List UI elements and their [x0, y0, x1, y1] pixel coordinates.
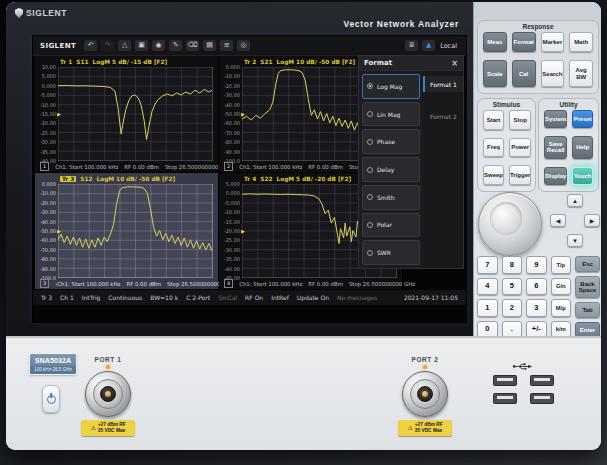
ref-level-marker: ▶: [241, 111, 245, 116]
arrow-right-key[interactable]: ▶: [584, 214, 600, 227]
tick-label: -10.00: [220, 209, 240, 215]
key-3[interactable]: 3: [526, 299, 547, 317]
usb-port: [493, 375, 517, 386]
key-search[interactable]: Search: [541, 60, 565, 87]
format-option-log-mag[interactable]: Log Mag: [362, 74, 420, 99]
key-back-space[interactable]: Back Space: [575, 276, 600, 298]
print-icon[interactable]: ≡: [220, 40, 233, 51]
tick-label: -25.00: [220, 237, 240, 243]
key-power[interactable]: Power: [509, 138, 531, 158]
footer-rf: RF 0.00 dBm: [124, 164, 159, 170]
camera-icon[interactable]: ◎: [237, 40, 250, 51]
display-icon[interactable]: ▣: [135, 40, 148, 51]
key-4[interactable]: 4: [477, 278, 498, 296]
warning-label: ⚠ +27 dBm RF 35 VDC Max: [81, 420, 135, 436]
key-8[interactable]: 8: [502, 256, 523, 274]
rotary-knob[interactable]: [478, 192, 542, 256]
marker-icon[interactable]: ✎: [169, 40, 182, 51]
tick-label: -35.00: [220, 256, 240, 262]
key-sweep[interactable]: Sweep: [483, 165, 504, 185]
key-scale[interactable]: Scale: [483, 60, 507, 87]
format-menu-header: Format ×: [359, 56, 463, 71]
trace-format: LogM 5 dB/ -15 dB [F2]: [92, 59, 167, 65]
trace-header: Tr 1S11LogM 5 dB/ -15 dB [F2]: [35, 56, 218, 67]
key-math[interactable]: Math: [569, 32, 593, 52]
key-avg-bw[interactable]: Avg BW: [569, 60, 593, 87]
tick-label: -10.00: [220, 73, 240, 79]
frequency-range: 100 kHz-26.5 GHz: [30, 366, 76, 374]
trace-header: Tr 3S12LogM 10 dB/ -50 dB [F2]: [35, 173, 218, 184]
quadrant-1[interactable]: Tr 1S11LogM 5 dB/ -15 dB [F2]10.005.0000…: [35, 56, 219, 173]
format-option-lin-mag[interactable]: Lin Mag: [362, 102, 420, 127]
format-option-label: SWR: [377, 249, 391, 256]
key-display[interactable]: Display: [544, 167, 567, 185]
cal-icon[interactable]: △: [118, 40, 131, 51]
status-continuous: Continuous: [108, 294, 142, 301]
tick-label: -30.00: [36, 209, 56, 215]
format-option-smith[interactable]: Smith: [362, 185, 420, 210]
format-option-delay[interactable]: Delay: [362, 157, 420, 182]
stimulus-buttons: StartStopFreqPowerSweepTrigger: [483, 110, 530, 185]
key-freq[interactable]: Freq: [483, 138, 504, 158]
key-format[interactable]: Format: [512, 32, 536, 52]
redo-icon[interactable]: ↷: [101, 40, 114, 51]
knob-dimple: [490, 202, 522, 234]
tick-label: -80.00: [220, 139, 240, 145]
key-meas[interactable]: Meas: [483, 32, 507, 52]
tick-label: 0.000: [36, 83, 56, 89]
format-option-phase[interactable]: Phase: [362, 129, 420, 154]
arrow-up-key[interactable]: ▲: [567, 194, 583, 207]
key-g-n[interactable]: G/n: [551, 278, 572, 296]
tick-label: -30.00: [220, 92, 240, 98]
key-m[interactable]: M/µ: [551, 299, 572, 317]
key-1[interactable]: 1: [477, 299, 498, 317]
key-trigger[interactable]: Trigger: [509, 165, 531, 185]
close-icon[interactable]: ×: [451, 59, 458, 68]
key-start[interactable]: Start: [483, 110, 504, 130]
clear-icon[interactable]: ⌫: [186, 40, 199, 51]
arrow-down-key[interactable]: ▼: [567, 234, 583, 247]
screen: SIGLENT ↶↷△▣◉✎⌫▤≡◎ ≣▲ Local Tr 1S11LogM …: [33, 36, 466, 322]
format-option-label: Smith: [377, 194, 394, 201]
local-mode-label[interactable]: Local: [440, 42, 457, 50]
key-9[interactable]: 9: [526, 256, 547, 274]
arrow-left-key[interactable]: ◀: [550, 214, 566, 227]
plots-grid: Tr 1S11LogM 5 dB/ -15 dB [F2]10.005.0000…: [35, 56, 403, 290]
quadrant-3[interactable]: Tr 3S12LogM 10 dB/ -50 dB [F2]0.000-10.0…: [35, 173, 219, 290]
key-save-recall[interactable]: Save Recall: [544, 136, 567, 160]
toolbar-brand: SIGLENT: [40, 42, 76, 50]
key-marker[interactable]: Marker: [541, 32, 565, 52]
device-title: Vector Network Analyzer: [344, 19, 459, 29]
key-5[interactable]: 5: [502, 278, 523, 296]
tab-format-2[interactable]: Format 2: [423, 108, 463, 124]
radio-icon: [367, 222, 373, 228]
key-cal[interactable]: Cal: [512, 60, 536, 87]
screenshot-icon[interactable]: ◉: [152, 40, 165, 51]
key-touch[interactable]: Touch: [572, 167, 593, 185]
format-option-swr[interactable]: SWR: [362, 240, 420, 265]
messages-icon[interactable]: ≣: [405, 40, 418, 51]
key-6[interactable]: 6: [526, 278, 547, 296]
key-esc[interactable]: Esc: [575, 256, 600, 272]
vna-instrument: SIGLENT Vector Network Analyzer SIGLENT …: [6, 2, 601, 450]
key-stop[interactable]: Stop: [509, 110, 531, 130]
tick-label: -70.00: [36, 247, 56, 253]
utility-buttons: SystemPresetSave RecallHelpDisplayTouch: [544, 110, 593, 185]
save-icon[interactable]: ▤: [203, 40, 216, 51]
format-option-polar[interactable]: Polar: [362, 213, 420, 238]
key-t-p[interactable]: T/p: [551, 256, 572, 274]
key-help[interactable]: Help: [572, 136, 593, 160]
lan-icon[interactable]: ▲: [422, 40, 435, 51]
key-2[interactable]: 2: [502, 299, 523, 317]
trace-id: Tr 2: [244, 59, 256, 65]
tab-format-1[interactable]: Format 1: [423, 76, 463, 92]
brand-name: SIGLENT: [26, 8, 67, 18]
power-button[interactable]: [42, 385, 60, 413]
key-7[interactable]: 7: [477, 256, 498, 274]
format-option-label: Lin Mag: [377, 111, 400, 118]
status-ch-1: Ch 1: [60, 294, 74, 301]
key-tab[interactable]: Tab: [575, 302, 600, 318]
key-preset[interactable]: Preset: [572, 110, 593, 128]
undo-icon[interactable]: ↶: [84, 40, 97, 51]
key-system[interactable]: System: [544, 110, 567, 128]
